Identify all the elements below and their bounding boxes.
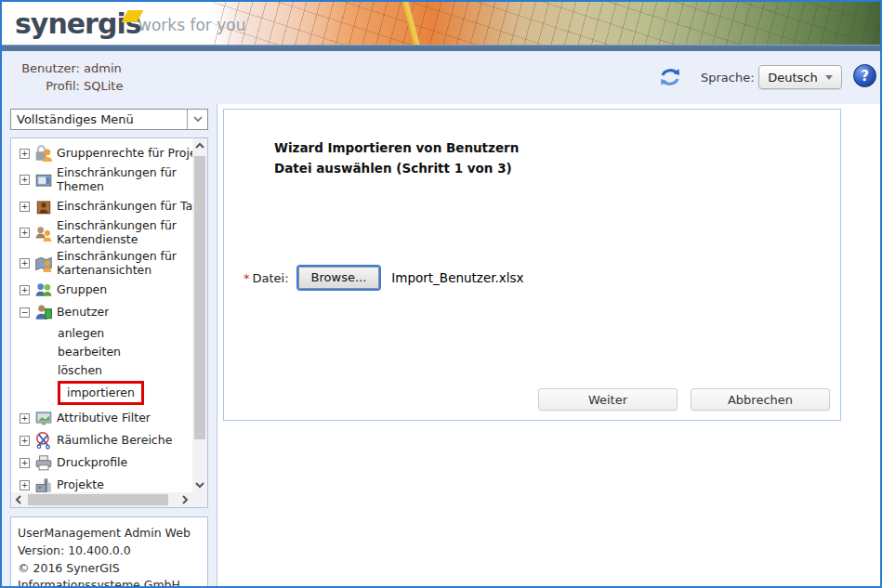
header-separator xyxy=(2,45,880,51)
tree-item-anlegen[interactable]: anlegen xyxy=(20,323,192,342)
wizard-step-subtitle: Datei auswählen (Schritt 1 von 3) xyxy=(274,161,512,176)
refresh-icon[interactable] xyxy=(658,65,682,89)
scrollbar-thumb[interactable] xyxy=(194,156,205,439)
dropdown-caret-icon xyxy=(825,75,833,80)
language-value: Deutsch xyxy=(768,71,818,85)
info-bar: Benutzer:admin Profil:SQLite Sprache: De… xyxy=(2,51,880,104)
map-services-icon xyxy=(34,224,53,242)
tree-item-label: Gruppenrechte für Projekt xyxy=(57,147,192,160)
app-window: synergis works for you Benutzer:admin Pr… xyxy=(0,0,882,588)
main-area: Wizard Importieren von Benutzern Datei a… xyxy=(217,104,880,586)
tree-vertical-scrollbar[interactable] xyxy=(192,138,207,492)
expander-icon[interactable]: + xyxy=(20,175,30,185)
language-dropdown[interactable]: Deutsch xyxy=(758,65,842,89)
tree-item-einschr-kartendienste[interactable]: + Einschränkungen für Kartendienste xyxy=(20,217,192,248)
company-name: Informationssysteme GmbH xyxy=(18,577,202,588)
map-banner-image xyxy=(213,2,880,45)
logo: synergis xyxy=(15,4,141,45)
expander-icon[interactable]: + xyxy=(20,285,30,295)
menu-select[interactable]: Vollständiges Menü xyxy=(10,109,208,130)
scrollbar-corner xyxy=(192,492,207,507)
tree-item-label: Einschränkungen für Kartendienste xyxy=(57,219,177,246)
tree-item-einschr-themen[interactable]: + Einschränkungen für Themen xyxy=(20,164,192,195)
scroll-right-icon[interactable] xyxy=(182,495,189,504)
profile-label: Profil: xyxy=(17,79,80,93)
tree-item-einschr-kartenansichten[interactable]: + Einschränkungen für Kartenansichten xyxy=(20,248,192,279)
required-marker: * xyxy=(244,271,250,285)
app-name: UserManagement Admin Web xyxy=(18,525,202,542)
tree-item-raeumliche-bereiche[interactable]: + Räumliche Bereiche xyxy=(20,429,192,451)
tagline: works for you xyxy=(138,16,245,34)
print-profiles-icon xyxy=(34,453,53,472)
tree-item-gruppen[interactable]: + Gruppen xyxy=(20,279,192,301)
tree-item-gruppenrechte[interactable]: + Gruppenrechte für Projekt xyxy=(20,142,192,164)
file-label: Datei: xyxy=(253,271,289,285)
navigation-tree: + Gruppenrechte für Projekt + Einschränk… xyxy=(10,137,208,508)
scroll-up-icon[interactable] xyxy=(195,142,204,149)
sidebar: Vollständiges Menü + Gruppenrechte für P… xyxy=(2,104,217,586)
help-icon[interactable]: ? xyxy=(853,64,876,87)
expander-icon[interactable]: + xyxy=(20,258,30,268)
highlight-box: importieren xyxy=(58,381,144,405)
tree-item-label: Einschränkungen für Tabe xyxy=(57,200,192,213)
wizard-buttons: Weiter Abbrechen xyxy=(538,388,830,411)
lock-user-icon xyxy=(34,144,53,163)
profile-value: SQLite xyxy=(84,79,123,93)
tree-item-label: Druckprofile xyxy=(57,456,127,469)
logo-text: synergis xyxy=(15,7,141,40)
copyright: © 2016 SynerGIS xyxy=(18,560,202,578)
scrollbar-thumb[interactable] xyxy=(28,494,168,505)
tree-item-projekte[interactable]: + Projekte xyxy=(20,474,192,492)
groups-icon xyxy=(34,281,53,299)
tree-item-label: Einschränkungen für Themen xyxy=(57,166,177,193)
wizard-panel: Wizard Importieren von Benutzern Datei a… xyxy=(223,109,841,421)
tree-item-druckprofile[interactable]: + Druckprofile xyxy=(20,451,192,474)
tree-item-einschr-tabellen[interactable]: + Einschränkungen für Tabe xyxy=(20,195,192,217)
tree-item-label: Projekte xyxy=(57,478,104,491)
user-info: Benutzer:admin Profil:SQLite xyxy=(17,61,123,97)
next-button[interactable]: Weiter xyxy=(538,388,678,411)
expander-icon[interactable]: + xyxy=(20,413,30,424)
menu-select-label: Vollständiges Menü xyxy=(17,112,134,126)
expander-icon[interactable]: + xyxy=(20,149,30,159)
projects-icon xyxy=(34,476,53,492)
tree-item-label: Einschränkungen für Kartenansichten xyxy=(57,250,177,277)
wizard-title: Wizard Importieren von Benutzern xyxy=(274,140,519,155)
tree-item-label: Gruppen xyxy=(57,283,107,296)
users-icon xyxy=(34,303,53,321)
expander-icon[interactable]: + xyxy=(20,436,30,446)
tree-horizontal-scrollbar[interactable] xyxy=(11,492,192,507)
select-chevron-icon[interactable] xyxy=(187,110,207,129)
sidebar-footer: UserManagement Admin Web Version: 10.400… xyxy=(10,516,208,588)
tree-item-label: Räumliche Bereiche xyxy=(57,434,172,447)
tree-item-loeschen[interactable]: löschen xyxy=(20,360,192,379)
tree-item-attributive-filter[interactable]: + Attributive Filter xyxy=(20,407,192,429)
map-views-restriction-icon xyxy=(34,255,53,273)
language-label: Sprache: xyxy=(701,71,755,85)
browse-button[interactable]: Browse... xyxy=(298,267,380,289)
user-label: Benutzer: xyxy=(17,61,80,75)
file-select-row: * Datei: Browse... Import_Benutzer.xlsx xyxy=(244,267,524,289)
spatial-areas-icon xyxy=(34,431,53,450)
scroll-down-icon[interactable] xyxy=(195,482,204,489)
user-value: admin xyxy=(84,61,122,75)
expander-icon[interactable]: + xyxy=(20,228,30,238)
selected-file-name: Import_Benutzer.xlsx xyxy=(391,270,523,285)
banner: synergis works for you xyxy=(2,2,880,45)
content: Vollständiges Menü + Gruppenrechte für P… xyxy=(2,104,880,586)
cancel-button[interactable]: Abbrechen xyxy=(691,388,830,411)
themes-icon xyxy=(34,171,53,189)
tables-icon xyxy=(34,197,53,216)
tree-item-label: Attributive Filter xyxy=(57,412,151,425)
expander-icon[interactable]: + xyxy=(20,458,30,468)
tree-item-bearbeiten[interactable]: bearbeiten xyxy=(20,342,192,360)
collapse-icon[interactable]: − xyxy=(20,307,30,318)
tree-item-importieren[interactable]: importieren xyxy=(20,379,192,407)
tree-item-benutzer[interactable]: − Benutzer xyxy=(20,301,192,323)
expander-icon[interactable]: + xyxy=(20,480,30,490)
attribute-filter-icon xyxy=(34,409,53,427)
expander-icon[interactable]: + xyxy=(20,202,30,212)
tree-item-label: Benutzer xyxy=(57,306,109,319)
tree-body: + Gruppenrechte für Projekt + Einschränk… xyxy=(11,138,192,492)
scroll-left-icon[interactable] xyxy=(15,495,21,504)
